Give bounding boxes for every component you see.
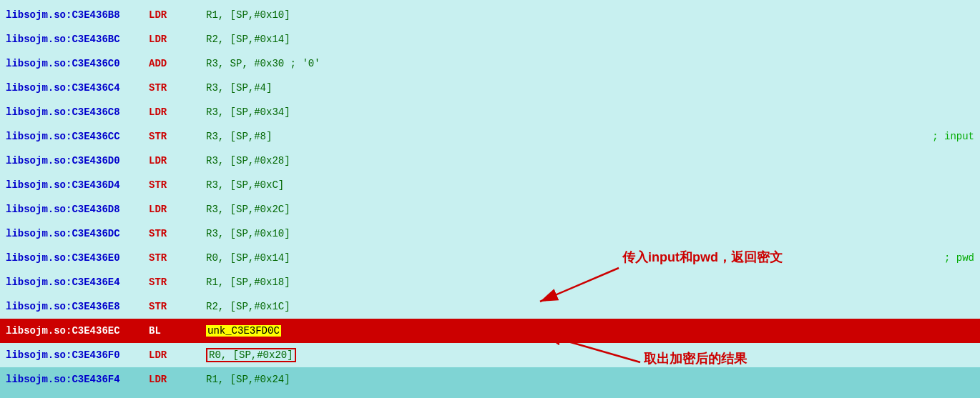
addr-label: libsojm.so:C3E436B8 xyxy=(6,9,149,21)
code-line: libsojm.so:C3E436F4LDRR1, [SP,#0x24] xyxy=(0,367,980,392)
mnemonic-label: LDR xyxy=(149,9,206,21)
code-line: libsojm.so:C3E436CCSTRR3, [SP,#8]; input xyxy=(0,124,980,149)
operands-label: R1, [SP,#0x10] xyxy=(206,9,974,21)
operands-label: R3, [SP,#0x10] xyxy=(206,228,974,239)
operands-yellow-label: unk_C3E3FD0C xyxy=(206,325,281,337)
operands-label: R0, [SP,#0x20] xyxy=(206,348,974,362)
operands-label: R3, SP, #0x30 ; '0' xyxy=(206,58,974,69)
code-container: libsojm.so:C3E436B8LDRR1, [SP,#0x10]libs… xyxy=(0,0,980,398)
addr-label: libsojm.so:C3E436E0 xyxy=(6,252,149,264)
addr-label: libsojm.so:C3E436D4 xyxy=(6,179,149,191)
mnemonic-label: STR xyxy=(149,131,206,142)
addr-label: libsojm.so:C3E436CC xyxy=(6,131,149,142)
operands-label: R0, [SP,#0x14] xyxy=(206,252,916,264)
operands-label: unk_C3E3FD0C xyxy=(206,325,974,337)
addr-label: libsojm.so:C3E436C0 xyxy=(6,58,149,69)
addr-label: libsojm.so:C3E436F0 xyxy=(6,349,149,361)
mnemonic-label: LDR xyxy=(149,155,206,166)
operands-label: R3, [SP,#0x28] xyxy=(206,155,974,166)
addr-label: libsojm.so:C3E436F4 xyxy=(6,374,149,385)
code-line: libsojm.so:C3E436C0ADDR3, SP, #0x30 ; '0… xyxy=(0,51,980,76)
code-line: libsojm.so:C3E436F8LDRR2, [SP,#0x3C] xyxy=(0,392,980,398)
addr-label: libsojm.so:C3E436BC xyxy=(6,34,149,45)
mnemonic-label: ADD xyxy=(149,58,206,69)
addr-label: libsojm.so:C3E436E4 xyxy=(6,277,149,288)
mnemonic-label: STR xyxy=(149,252,206,264)
operands-box-label: R0, [SP,#0x20] xyxy=(206,348,296,362)
mnemonic-label: STR xyxy=(149,277,206,288)
code-line: libsojm.so:C3E436C4STRR3, [SP,#4] xyxy=(0,76,980,100)
mnemonic-label: STR xyxy=(149,82,206,94)
code-line: libsojm.so:C3E436E8STRR2, [SP,#0x1C] xyxy=(0,294,980,319)
comment-label: ; input xyxy=(932,131,974,142)
code-line: libsojm.so:C3E436D0LDRR3, [SP,#0x28] xyxy=(0,149,980,173)
code-line: libsojm.so:C3E436D8LDRR3, [SP,#0x2C] xyxy=(0,197,980,222)
code-line: libsojm.so:C3E436D4STRR3, [SP,#0xC] xyxy=(0,173,980,197)
mnemonic-label: LDR xyxy=(149,204,206,215)
operands-label: R3, [SP,#0x2C] xyxy=(206,204,974,215)
comment-label: ; pwd xyxy=(944,252,974,264)
code-line: libsojm.so:C3E436E4STRR1, [SP,#0x18] xyxy=(0,270,980,294)
addr-label: libsojm.so:C3E436DC xyxy=(6,228,149,239)
addr-label: libsojm.so:C3E436E8 xyxy=(6,301,149,312)
operands-label: R3, [SP,#8] xyxy=(206,131,903,142)
mnemonic-label: STR xyxy=(149,301,206,312)
addr-label: libsojm.so:C3E436D0 xyxy=(6,155,149,166)
code-line: libsojm.so:C3E436F0LDRR0, [SP,#0x20] xyxy=(0,343,980,367)
code-line: libsojm.so:C3E436B8LDRR1, [SP,#0x10] xyxy=(0,3,980,27)
operands-label: R1, [SP,#0x18] xyxy=(206,277,974,288)
operands-label: R2, [SP,#0x14] xyxy=(206,34,974,45)
code-line: libsojm.so:C3E436ECBLunk_C3E3FD0C xyxy=(0,319,980,343)
operands-label: R1, [SP,#0x24] xyxy=(206,374,974,385)
mnemonic-label: LDR xyxy=(149,106,206,118)
operands-label: R3, [SP,#4] xyxy=(206,82,974,94)
code-line: libsojm.so:C3E436BCLDRR2, [SP,#0x14] xyxy=(0,27,980,51)
operands-label: R3, [SP,#0x34] xyxy=(206,106,974,118)
code-line: libsojm.so:C3E436C8LDRR3, [SP,#0x34] xyxy=(0,100,980,124)
addr-label: libsojm.so:C3E436D8 xyxy=(6,204,149,215)
mnemonic-label: BL xyxy=(149,325,206,337)
addr-label: libsojm.so:C3E436EC xyxy=(6,325,149,337)
mnemonic-label: LDR xyxy=(149,349,206,361)
operands-label: R3, [SP,#0xC] xyxy=(206,179,974,191)
code-line: libsojm.so:C3E436E0STRR0, [SP,#0x14]; pw… xyxy=(0,246,980,270)
mnemonic-label: LDR xyxy=(149,374,206,385)
operands-label: R2, [SP,#0x1C] xyxy=(206,301,974,312)
mnemonic-label: LDR xyxy=(149,34,206,45)
code-line: libsojm.so:C3E436DCSTRR3, [SP,#0x10] xyxy=(0,222,980,246)
addr-label: libsojm.so:C3E436C4 xyxy=(6,82,149,94)
mnemonic-label: STR xyxy=(149,228,206,239)
mnemonic-label: STR xyxy=(149,179,206,191)
addr-label: libsojm.so:C3E436C8 xyxy=(6,106,149,118)
